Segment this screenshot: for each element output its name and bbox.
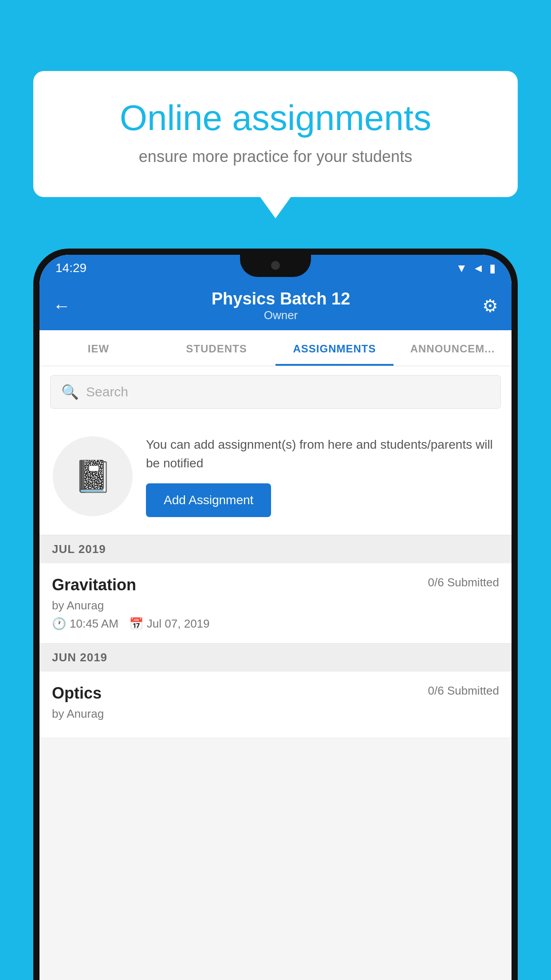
app-bar: ← Physics Batch 12 Owner ⚙ <box>39 281 512 330</box>
app-bar-subtitle: Owner <box>79 308 482 322</box>
back-button[interactable]: ← <box>53 296 71 316</box>
assignment-header: Gravitation 0/6 Submitted <box>52 576 499 594</box>
optics-submitted: 0/6 Submitted <box>428 684 499 698</box>
optics-title: Optics <box>52 684 102 703</box>
speech-bubble: Online assignments ensure more practice … <box>33 71 518 197</box>
search-bar[interactable]: 🔍 Search <box>50 375 501 409</box>
section-header-jun: JUN 2019 <box>39 644 512 672</box>
date-value: Jul 07, 2019 <box>147 617 210 631</box>
battery-icon: ▮ <box>489 261 496 275</box>
signal-icon: ◄ <box>472 261 484 275</box>
optics-assignment-header: Optics 0/6 Submitted <box>52 684 499 703</box>
time-value: 10:45 AM <box>70 617 118 631</box>
add-assignment-button[interactable]: Add Assignment <box>146 483 271 517</box>
optics-by: by Anurag <box>52 707 499 721</box>
wifi-icon: ▼ <box>456 261 468 275</box>
clock-icon: 🕐 <box>52 617 66 631</box>
promo-content: You can add assignment(s) from here and … <box>146 435 498 517</box>
phone-mockup: 14:29 ▼ ◄ ▮ ← Physics Batch 12 Owner ⚙ I… <box>33 249 518 980</box>
search-input[interactable]: Search <box>86 384 128 399</box>
promo-card: 📓 You can add assignment(s) from here an… <box>39 418 512 535</box>
status-bar: 14:29 ▼ ◄ ▮ <box>39 255 512 281</box>
speech-bubble-title: Online assignments <box>69 98 482 138</box>
app-bar-title: Physics Batch 12 <box>79 289 482 308</box>
phone-screen: 14:29 ▼ ◄ ▮ ← Physics Batch 12 Owner ⚙ I… <box>39 255 512 980</box>
status-icons: ▼ ◄ ▮ <box>456 261 496 275</box>
tab-students[interactable]: STUDENTS <box>157 330 276 366</box>
speech-bubble-container: Online assignments ensure more practice … <box>33 71 518 197</box>
meta-time: 🕐 10:45 AM <box>52 617 118 631</box>
front-camera <box>271 261 280 270</box>
promo-icon-circle: 📓 <box>53 436 133 516</box>
assignment-submitted: 0/6 Submitted <box>428 576 499 589</box>
meta-date: 📅 Jul 07, 2019 <box>129 617 210 631</box>
tab-assignments[interactable]: ASSIGNMENTS <box>276 330 394 366</box>
speech-bubble-subtitle: ensure more practice for your students <box>69 147 482 166</box>
assignment-meta: 🕐 10:45 AM 📅 Jul 07, 2019 <box>52 617 499 631</box>
content-area: 🔍 Search 📓 You can add assignment(s) fro… <box>39 366 512 967</box>
phone-notch <box>240 255 311 277</box>
status-time: 14:29 <box>55 261 87 275</box>
assignment-by: by Anurag <box>52 599 499 612</box>
assignment-title: Gravitation <box>52 576 136 594</box>
search-icon: 🔍 <box>61 383 79 400</box>
app-bar-title-area: Physics Batch 12 Owner <box>79 289 482 322</box>
notebook-icon: 📓 <box>74 458 112 494</box>
tab-announcements[interactable]: ANNOUNCEM... <box>394 330 512 366</box>
search-container: 🔍 Search <box>39 366 512 418</box>
calendar-icon: 📅 <box>129 617 143 631</box>
assignment-item-gravitation[interactable]: Gravitation 0/6 Submitted by Anurag 🕐 10… <box>39 563 512 644</box>
tabs-bar: IEW STUDENTS ASSIGNMENTS ANNOUNCEM... <box>39 330 512 366</box>
section-header-jul: JUL 2019 <box>39 535 512 563</box>
settings-icon[interactable]: ⚙ <box>482 296 498 316</box>
promo-text: You can add assignment(s) from here and … <box>146 435 498 473</box>
assignment-item-optics[interactable]: Optics 0/6 Submitted by Anurag <box>39 672 512 738</box>
phone-inner: 14:29 ▼ ◄ ▮ ← Physics Batch 12 Owner ⚙ I… <box>39 255 512 980</box>
tab-view[interactable]: IEW <box>39 330 157 366</box>
